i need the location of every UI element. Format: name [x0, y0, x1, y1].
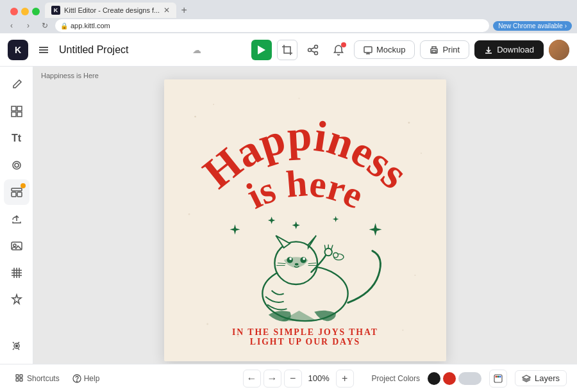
sidebar-item-templates[interactable] — [4, 179, 29, 205]
zoom-in-button[interactable]: + — [336, 370, 354, 388]
svg-rect-26 — [12, 188, 22, 191]
project-colors-label: Project Colors — [372, 374, 420, 383]
canvas-wrapper: Happiness is here — [33, 67, 577, 364]
zoom-controls: ← → − 100% + — [243, 370, 354, 388]
svg-point-43 — [408, 122, 410, 124]
svg-point-82 — [497, 375, 499, 377]
hamburger-menu-button[interactable] — [33, 40, 54, 60]
svg-point-10 — [308, 48, 311, 51]
svg-point-25 — [15, 163, 19, 167]
sidebar-item-smart-edit[interactable] — [4, 333, 29, 359]
kittl-logo[interactable]: K — [8, 40, 28, 60]
design-canvas[interactable]: Happiness is here — [164, 79, 446, 361]
url-display: app.kittl.com — [71, 22, 484, 29]
svg-rect-23 — [17, 112, 22, 117]
color-toggle-switch[interactable] — [458, 372, 481, 385]
svg-point-79 — [76, 380, 77, 381]
design-content: Happiness is here — [164, 79, 446, 361]
sidebar-item-layouts[interactable] — [4, 99, 29, 124]
sidebar-item-text[interactable]: Tt — [4, 126, 29, 151]
sidebar-item-edit[interactable] — [4, 72, 29, 97]
tab-favicon: K — [51, 6, 60, 15]
svg-point-41 — [194, 116, 196, 118]
sidebar-item-grid[interactable] — [4, 260, 29, 286]
tab-close-button[interactable]: ✕ — [163, 6, 170, 15]
svg-point-39 — [15, 345, 17, 347]
svg-rect-21 — [17, 106, 22, 111]
play-button[interactable] — [251, 40, 272, 60]
svg-rect-0 — [39, 47, 48, 48]
address-bar[interactable]: 🔒 app.kittl.com — [55, 19, 489, 32]
sidebar-item-elements[interactable] — [4, 152, 29, 178]
svg-rect-76 — [16, 379, 19, 381]
notifications-button[interactable] — [328, 40, 349, 60]
color-picker-button[interactable] — [489, 370, 507, 388]
shortcuts-button[interactable]: Shortcuts — [10, 372, 65, 386]
tab-bar: K Kittl Editor - Create designs f... ✕ + — [0, 0, 577, 18]
sidebar-item-photos[interactable] — [4, 233, 29, 259]
print-button[interactable]: Print — [420, 40, 469, 59]
app-header: K ☁ — [0, 33, 577, 67]
zoom-out-button[interactable]: − — [284, 370, 302, 388]
new-tab-button[interactable]: + — [176, 3, 192, 18]
svg-rect-4 — [284, 47, 290, 53]
bottom-left-actions: Shortcuts Help — [10, 372, 105, 386]
forward-button[interactable]: › — [22, 19, 35, 32]
svg-point-83 — [499, 375, 501, 377]
user-avatar-image — [549, 40, 569, 60]
color-swatch-red — [443, 372, 456, 385]
svg-rect-74 — [16, 375, 19, 377]
color-swatch-dark — [428, 372, 440, 385]
app: K ☁ — [0, 33, 577, 392]
share-button[interactable] — [303, 40, 323, 60]
redo-button[interactable]: → — [263, 370, 281, 388]
templates-badge — [21, 183, 26, 188]
svg-rect-22 — [12, 112, 16, 117]
main-content: Tt — [0, 67, 577, 364]
svg-marker-3 — [258, 45, 265, 54]
download-button[interactable]: Download — [474, 40, 544, 59]
help-button[interactable]: Help — [67, 372, 105, 386]
svg-point-44 — [421, 152, 422, 154]
notification-badge — [341, 42, 346, 47]
svg-point-42 — [213, 104, 214, 105]
svg-line-13 — [311, 51, 314, 53]
sidebar-item-effects[interactable] — [4, 287, 29, 313]
svg-point-47 — [206, 323, 208, 325]
minimize-window-button[interactable] — [21, 8, 29, 15]
reload-button[interactable]: ↻ — [38, 19, 51, 32]
browser-chrome: K Kittl Editor - Create designs f... ✕ +… — [0, 0, 577, 33]
svg-rect-75 — [20, 375, 22, 377]
sidebar-item-uploads[interactable] — [4, 206, 29, 232]
svg-point-69 — [324, 249, 331, 256]
new-chrome-button[interactable]: New Chrome available › — [493, 21, 572, 31]
user-avatar[interactable] — [549, 40, 569, 60]
svg-point-81 — [495, 375, 497, 377]
svg-point-64 — [295, 263, 299, 266]
svg-rect-27 — [12, 192, 16, 197]
cloud-save-icon[interactable]: ☁ — [192, 45, 201, 55]
project-name-input[interactable] — [59, 44, 187, 56]
design-svg: Happiness is here — [171, 92, 440, 348]
header-right-actions: Mockup Print Download — [303, 40, 569, 60]
svg-rect-28 — [17, 192, 22, 197]
layers-button[interactable]: Layers — [515, 370, 567, 386]
browser-tab-active[interactable]: K Kittl Editor - Create designs f... ✕ — [45, 3, 176, 18]
back-button[interactable]: ‹ — [5, 19, 18, 32]
project-colors-toggle[interactable] — [428, 372, 481, 385]
traffic-lights — [10, 8, 40, 15]
crop-button[interactable] — [277, 40, 297, 60]
canvas-label: Happiness is Here — [41, 72, 99, 79]
svg-point-11 — [314, 51, 317, 54]
close-window-button[interactable] — [10, 8, 18, 15]
bottom-right-actions: Project Colors La — [372, 370, 567, 388]
svg-text:LIGHT UP OUR DAYS: LIGHT UP OUR DAYS — [250, 337, 360, 347]
mockup-button[interactable]: Mockup — [354, 40, 415, 59]
maximize-window-button[interactable] — [32, 8, 40, 15]
svg-point-63 — [303, 257, 305, 260]
svg-line-12 — [311, 47, 314, 49]
undo-button[interactable]: ← — [243, 370, 261, 388]
svg-point-48 — [402, 329, 403, 331]
left-sidebar: Tt — [0, 67, 33, 364]
canvas-area[interactable]: Happiness is Here — [33, 67, 577, 364]
